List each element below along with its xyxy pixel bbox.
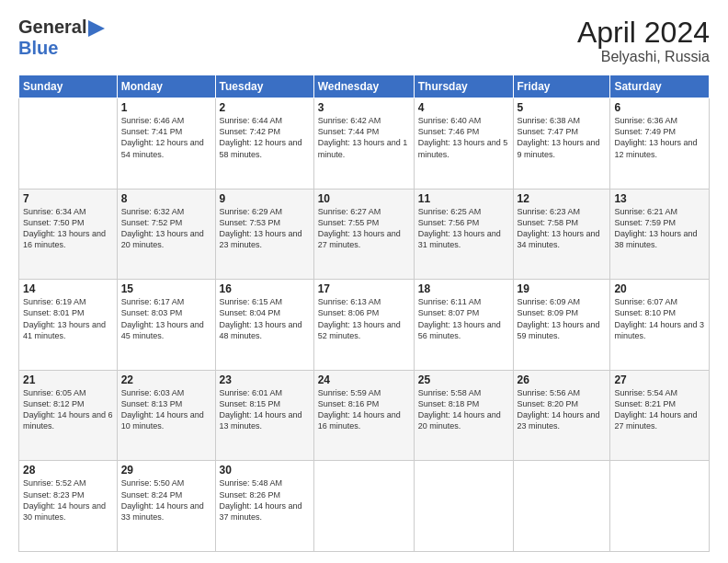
- day-info: Sunrise: 6:19 AMSunset: 8:01 PMDaylight:…: [23, 296, 113, 341]
- day-info: Sunrise: 6:03 AMSunset: 8:13 PMDaylight:…: [121, 387, 211, 432]
- day-number: 28: [23, 464, 113, 477]
- day-number: 23: [220, 373, 310, 386]
- day-number: 24: [318, 373, 410, 386]
- day-info: Sunrise: 5:56 AMSunset: 8:20 PMDaylight:…: [518, 387, 607, 432]
- day-cell: 6Sunrise: 6:36 AMSunset: 7:49 PMDaylight…: [610, 98, 710, 190]
- day-cell: [414, 461, 513, 552]
- day-cell: 21Sunrise: 6:05 AMSunset: 8:12 PMDayligh…: [19, 370, 118, 461]
- weekday-header-tuesday: Tuesday: [215, 75, 313, 98]
- day-info: Sunrise: 6:46 AMSunset: 7:41 PMDaylight:…: [121, 115, 211, 160]
- day-cell: 30Sunrise: 5:48 AMSunset: 8:26 PMDayligh…: [215, 461, 313, 552]
- day-number: 1: [121, 101, 211, 114]
- day-number: 5: [518, 101, 607, 114]
- calendar-title: April 2024: [577, 17, 710, 49]
- day-number: 7: [23, 192, 113, 205]
- day-info: Sunrise: 6:38 AMSunset: 7:47 PMDaylight:…: [518, 115, 607, 160]
- day-cell: 4Sunrise: 6:40 AMSunset: 7:46 PMDaylight…: [414, 98, 513, 190]
- weekday-header-wednesday: Wednesday: [313, 75, 414, 98]
- day-info: Sunrise: 6:27 AMSunset: 7:55 PMDaylight:…: [318, 206, 410, 251]
- day-number: 2: [220, 101, 310, 114]
- day-cell: 10Sunrise: 6:27 AMSunset: 7:55 PMDayligh…: [313, 189, 414, 280]
- day-number: 20: [614, 282, 705, 295]
- day-cell: [313, 461, 414, 552]
- day-number: 22: [121, 373, 211, 386]
- day-number: 29: [121, 464, 211, 477]
- day-number: 14: [23, 282, 113, 295]
- day-number: 19: [518, 282, 607, 295]
- weekday-header-row: SundayMondayTuesdayWednesdayThursdayFrid…: [19, 75, 710, 98]
- day-cell: 7Sunrise: 6:34 AMSunset: 7:50 PMDaylight…: [19, 189, 118, 280]
- weekday-header-friday: Friday: [513, 75, 610, 98]
- day-info: Sunrise: 6:29 AMSunset: 7:53 PMDaylight:…: [220, 206, 310, 251]
- header: General Blue April 2024 Belyashi, Russia: [18, 17, 710, 65]
- day-cell: 17Sunrise: 6:13 AMSunset: 8:06 PMDayligh…: [313, 280, 414, 371]
- logo-blue-text: Blue: [18, 38, 58, 58]
- day-number: 17: [318, 282, 410, 295]
- day-info: Sunrise: 5:54 AMSunset: 8:21 PMDaylight:…: [614, 387, 705, 432]
- day-info: Sunrise: 6:44 AMSunset: 7:42 PMDaylight:…: [220, 115, 310, 160]
- day-info: Sunrise: 6:40 AMSunset: 7:46 PMDaylight:…: [418, 115, 509, 160]
- week-row-2: 7Sunrise: 6:34 AMSunset: 7:50 PMDaylight…: [19, 189, 710, 280]
- day-number: 15: [121, 282, 211, 295]
- day-number: 6: [614, 101, 705, 114]
- day-cell: 29Sunrise: 5:50 AMSunset: 8:24 PMDayligh…: [117, 461, 215, 552]
- day-number: 11: [418, 192, 509, 205]
- day-cell: 11Sunrise: 6:25 AMSunset: 7:56 PMDayligh…: [414, 189, 513, 280]
- day-cell: 18Sunrise: 6:11 AMSunset: 8:07 PMDayligh…: [414, 280, 513, 371]
- day-cell: 12Sunrise: 6:23 AMSunset: 7:58 PMDayligh…: [513, 189, 610, 280]
- day-cell: 25Sunrise: 5:58 AMSunset: 8:18 PMDayligh…: [414, 370, 513, 461]
- weekday-header-thursday: Thursday: [414, 75, 513, 98]
- day-cell: 5Sunrise: 6:38 AMSunset: 7:47 PMDaylight…: [513, 98, 610, 190]
- day-info: Sunrise: 6:11 AMSunset: 8:07 PMDaylight:…: [418, 296, 509, 341]
- day-info: Sunrise: 6:36 AMSunset: 7:49 PMDaylight:…: [614, 115, 705, 160]
- day-info: Sunrise: 6:15 AMSunset: 8:04 PMDaylight:…: [220, 296, 310, 341]
- day-number: 27: [614, 373, 705, 386]
- day-cell: 9Sunrise: 6:29 AMSunset: 7:53 PMDaylight…: [215, 189, 313, 280]
- day-number: 30: [220, 464, 310, 477]
- day-info: Sunrise: 6:23 AMSunset: 7:58 PMDaylight:…: [518, 206, 607, 251]
- day-info: Sunrise: 5:58 AMSunset: 8:18 PMDaylight:…: [418, 387, 509, 432]
- week-row-5: 28Sunrise: 5:52 AMSunset: 8:23 PMDayligh…: [19, 461, 710, 552]
- day-info: Sunrise: 6:21 AMSunset: 7:59 PMDaylight:…: [614, 206, 705, 251]
- weekday-header-saturday: Saturday: [610, 75, 710, 98]
- weekday-header-sunday: Sunday: [19, 75, 118, 98]
- day-cell: 16Sunrise: 6:15 AMSunset: 8:04 PMDayligh…: [215, 280, 313, 371]
- day-cell: 23Sunrise: 6:01 AMSunset: 8:15 PMDayligh…: [215, 370, 313, 461]
- day-info: Sunrise: 6:34 AMSunset: 7:50 PMDaylight:…: [23, 206, 113, 251]
- day-number: 4: [418, 101, 509, 114]
- day-info: Sunrise: 6:05 AMSunset: 8:12 PMDaylight:…: [23, 387, 113, 432]
- day-number: 10: [318, 192, 410, 205]
- day-cell: 2Sunrise: 6:44 AMSunset: 7:42 PMDaylight…: [215, 98, 313, 190]
- day-cell: [513, 461, 610, 552]
- day-number: 3: [318, 101, 410, 114]
- day-cell: 13Sunrise: 6:21 AMSunset: 7:59 PMDayligh…: [610, 189, 710, 280]
- day-info: Sunrise: 5:48 AMSunset: 8:26 PMDaylight:…: [220, 477, 310, 523]
- calendar-location: Belyashi, Russia: [577, 49, 710, 65]
- day-info: Sunrise: 6:25 AMSunset: 7:56 PMDaylight:…: [418, 206, 509, 251]
- week-row-4: 21Sunrise: 6:05 AMSunset: 8:12 PMDayligh…: [19, 370, 710, 461]
- logo-general-text: General: [18, 17, 86, 38]
- day-cell: 27Sunrise: 5:54 AMSunset: 8:21 PMDayligh…: [610, 370, 710, 461]
- calendar-table: SundayMondayTuesdayWednesdayThursdayFrid…: [18, 75, 710, 552]
- weekday-header-monday: Monday: [117, 75, 215, 98]
- day-cell: 22Sunrise: 6:03 AMSunset: 8:13 PMDayligh…: [117, 370, 215, 461]
- logo-icon: [88, 20, 105, 37]
- day-cell: 8Sunrise: 6:32 AMSunset: 7:52 PMDaylight…: [117, 189, 215, 280]
- day-number: 12: [518, 192, 607, 205]
- day-cell: 24Sunrise: 5:59 AMSunset: 8:16 PMDayligh…: [313, 370, 414, 461]
- day-cell: 26Sunrise: 5:56 AMSunset: 8:20 PMDayligh…: [513, 370, 610, 461]
- title-block: April 2024 Belyashi, Russia: [577, 17, 710, 65]
- day-number: 25: [418, 373, 509, 386]
- week-row-1: 1Sunrise: 6:46 AMSunset: 7:41 PMDaylight…: [19, 98, 710, 190]
- day-cell: 19Sunrise: 6:09 AMSunset: 8:09 PMDayligh…: [513, 280, 610, 371]
- day-cell: 3Sunrise: 6:42 AMSunset: 7:44 PMDaylight…: [313, 98, 414, 190]
- day-info: Sunrise: 6:13 AMSunset: 8:06 PMDaylight:…: [318, 296, 410, 341]
- day-cell: [610, 461, 710, 552]
- day-cell: 20Sunrise: 6:07 AMSunset: 8:10 PMDayligh…: [610, 280, 710, 371]
- svg-marker-0: [88, 20, 105, 37]
- day-info: Sunrise: 6:42 AMSunset: 7:44 PMDaylight:…: [318, 115, 410, 160]
- day-cell: 15Sunrise: 6:17 AMSunset: 8:03 PMDayligh…: [117, 280, 215, 371]
- day-info: Sunrise: 5:59 AMSunset: 8:16 PMDaylight:…: [318, 387, 410, 432]
- day-cell: [19, 98, 118, 190]
- day-info: Sunrise: 6:07 AMSunset: 8:10 PMDaylight:…: [614, 296, 705, 341]
